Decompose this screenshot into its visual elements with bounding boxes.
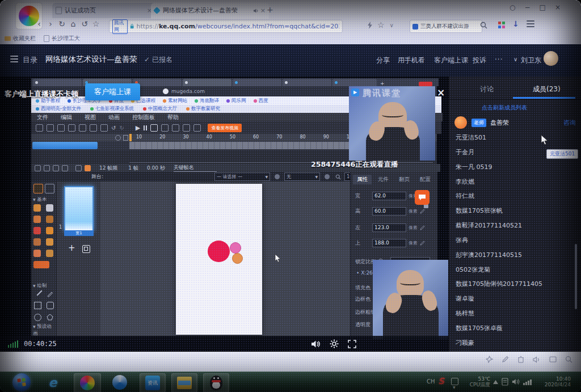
address-bar[interactable]: 腾讯网 https://ke.qq.com/webcourse/index.ht…	[109, 20, 343, 33]
taskbar-swirl-browser[interactable]	[108, 373, 132, 391]
action-center-icon[interactable]	[502, 378, 508, 386]
ime-toolbar-icon[interactable]	[451, 378, 458, 385]
height-input[interactable]: 60.0	[372, 207, 406, 216]
gear-dot-icon[interactable]	[275, 174, 280, 179]
taskbar-ie[interactable]: e	[41, 373, 65, 391]
watch-on-phone-button[interactable]: 用手机看	[398, 56, 425, 65]
bookmark-item[interactable]: 西湖明亮-全部文件	[36, 106, 81, 112]
skin-icon[interactable]: ○	[510, 3, 515, 11]
save-icon[interactable]	[57, 124, 65, 132]
animation-select[interactable]: — 请选择 —▼	[214, 172, 270, 181]
inner-tab[interactable]	[233, 79, 281, 86]
eye-icon[interactable]	[115, 135, 121, 141]
bookmark-item[interactable]: 七鱼影视课业系统	[90, 106, 134, 112]
apps-grid-icon[interactable]	[498, 22, 505, 28]
rect-tool-icon[interactable]	[34, 302, 41, 309]
add-keyframe-icon[interactable]	[75, 165, 82, 171]
polygon-tool-icon[interactable]	[47, 314, 53, 321]
teacher-camera-bottom[interactable]	[373, 260, 448, 339]
catalog-label[interactable]: 目录	[23, 55, 37, 65]
bookmark-folder-item[interactable]: 收藏夹栏	[5, 35, 36, 43]
form-tool-icon[interactable]	[46, 238, 53, 246]
refresh-members-link[interactable]: 点击刷新成员列表	[482, 104, 527, 112]
publish-preview-button[interactable]: 查看发布视频	[208, 124, 242, 132]
menu-control[interactable]: 控制面板	[132, 113, 155, 121]
width-input[interactable]: 62.0	[372, 192, 406, 200]
add-folder-icon[interactable]	[44, 165, 50, 171]
pencil-icon[interactable]	[420, 225, 425, 230]
download-icon[interactable]: ↓	[512, 19, 519, 28]
ime-caret-icon[interactable]: ▼	[453, 385, 456, 389]
user-name[interactable]: 刘卫东	[521, 56, 541, 65]
member-item[interactable]: 数媒1705班张帆	[456, 206, 572, 215]
loop-icon[interactable]	[161, 124, 169, 132]
text-tool-icon[interactable]	[46, 204, 53, 212]
bookmark-item[interactable]: 数字教宴研究	[186, 106, 220, 112]
duplicate-page-button[interactable]	[82, 245, 90, 253]
member-item[interactable]: 符仁就	[456, 192, 572, 200]
undo-icon[interactable]: ↺	[111, 125, 116, 131]
pen-icon[interactable]	[502, 356, 509, 363]
tray-volume-icon[interactable]	[512, 378, 520, 385]
member-item[interactable]: 谢卓璇	[456, 294, 572, 303]
catalog-menu-icon[interactable]	[10, 58, 18, 60]
complaint-button[interactable]: 投诉	[473, 56, 486, 65]
fullscreen-icon[interactable]	[348, 340, 356, 348]
home-icon[interactable]: ⌂	[68, 19, 78, 28]
doc-settings-icon[interactable]	[183, 124, 190, 132]
add-page-button[interactable]: +	[68, 243, 75, 253]
tab-close-icon[interactable]: ×	[260, 7, 266, 14]
chat-fab-button[interactable]	[415, 190, 430, 205]
tab-cert-page[interactable]: 认证成功页 ×	[52, 3, 155, 18]
section-basic[interactable]: ▼ 基本	[33, 196, 47, 203]
close-icon[interactable]: ×	[555, 3, 561, 11]
open-doc-icon[interactable]	[47, 124, 54, 132]
network-signal-icon[interactable]	[523, 380, 532, 385]
bookmark-item[interactable]: 中国概念大厅	[143, 106, 177, 112]
inner-tab[interactable]	[183, 79, 231, 86]
taskbar-qq[interactable]	[203, 373, 229, 392]
audio-tool-icon[interactable]	[46, 216, 53, 223]
consult-link[interactable]: 咨询	[563, 119, 576, 127]
shape-tool-icon[interactable]	[33, 238, 41, 246]
tray-clock[interactable]: 10:40 2020/4/24	[536, 376, 571, 387]
user-chevron-icon[interactable]: ∨	[513, 56, 517, 62]
bookmark-star-icon[interactable]: ☆	[377, 20, 385, 29]
gear-dot-icon2[interactable]	[325, 174, 330, 179]
member-item[interactable]: 朱一凡 0519	[456, 163, 572, 171]
window-icon[interactable]	[549, 356, 557, 363]
search-icon[interactable]	[480, 22, 487, 29]
new-doc-icon[interactable]	[36, 124, 43, 132]
outline-tab-icon[interactable]	[45, 184, 54, 193]
members-scrollbar[interactable]	[575, 244, 577, 309]
taskbar-files-app[interactable]	[171, 373, 197, 392]
lightning-icon[interactable]	[368, 22, 372, 29]
page-thumbnail[interactable]	[64, 186, 94, 231]
maximize-icon[interactable]: □	[540, 3, 546, 11]
pen-tool-icon[interactable]	[47, 290, 53, 297]
delete-layer-icon[interactable]	[53, 165, 59, 171]
bookmark-item[interactable]: 素材网站	[163, 98, 187, 104]
effect-select[interactable]: 无▼	[284, 172, 320, 181]
trash-icon[interactable]	[517, 356, 524, 363]
client-class-promo-button[interactable]: 客户端上课	[85, 83, 140, 100]
lock-column-icon[interactable]	[123, 135, 128, 141]
settings-gear-icon[interactable]	[330, 339, 339, 348]
new-tab-button[interactable]: +	[267, 5, 273, 14]
member-item[interactable]: 李欣燃	[456, 178, 572, 186]
section-preset-animation[interactable]: ▼ 预设动画	[33, 323, 56, 337]
tab-discussion[interactable]: 讨论	[480, 85, 494, 94]
speaker-icon[interactable]	[533, 356, 541, 363]
tab-course-page[interactable]: 网络媒体艺术设计—盘善荣 ×	[151, 3, 269, 18]
taskbar-news-app[interactable]: 资讯	[140, 373, 166, 392]
menu-file[interactable]: 文件	[37, 113, 48, 121]
play-icon[interactable]: ▶	[136, 124, 140, 132]
pink-circle-shape[interactable]	[230, 242, 241, 254]
menu-animation[interactable]: 动画	[108, 113, 120, 121]
button-tool-icon[interactable]	[46, 227, 53, 234]
inner-tab[interactable]	[332, 79, 377, 86]
tab-members[interactable]: 成员(23)	[533, 85, 561, 94]
inner-new-tab-icon[interactable]: +	[380, 81, 385, 86]
pause-icon[interactable]	[144, 125, 147, 130]
image-tool-icon[interactable]	[33, 204, 41, 212]
